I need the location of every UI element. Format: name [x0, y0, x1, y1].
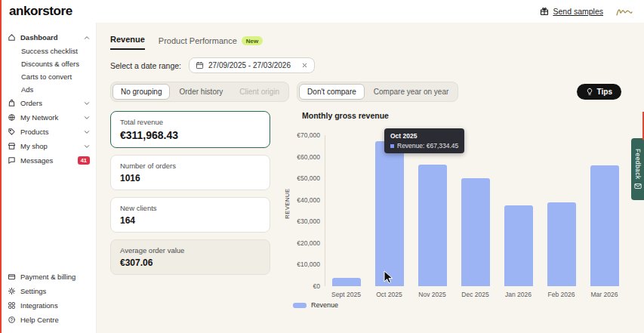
sidebar-label: My Network [20, 113, 79, 122]
compare-toggle: Don't compare Compare year on year [297, 82, 458, 102]
sidebar-label: Products [20, 128, 79, 136]
x-tick-label: Dec 2025 [454, 291, 497, 298]
sidebar-item-dashboard[interactable]: Dashboard [0, 30, 96, 45]
stat-label: Average order value [120, 246, 260, 254]
bar-slot [583, 135, 626, 286]
feedback-tab[interactable]: Feedback [631, 138, 644, 200]
x-tick-label: Sept 2025 [325, 291, 368, 298]
sidebar: Dashboard Success checklist Discounts & … [0, 23, 97, 333]
chevron-down-icon [84, 143, 90, 150]
sidebar-item-products[interactable]: Products [0, 125, 96, 139]
left-edge-indicator [0, 0, 2, 333]
signature-logo [615, 6, 633, 17]
compare-option-dont-compare[interactable]: Don't compare [299, 84, 365, 100]
sidebar-item-payment-billing[interactable]: Payment & billing [0, 270, 96, 284]
bar-slot [454, 135, 498, 286]
grouping-option-no-grouping[interactable]: No grouping [112, 84, 170, 100]
sidebar-item-carts-to-convert[interactable]: Carts to convert [0, 70, 96, 83]
stat-card-new-clients[interactable]: New clients 164 [110, 197, 270, 233]
home-icon [8, 33, 16, 42]
sidebar-item-my-shop[interactable]: My shop [0, 139, 96, 153]
stat-label: Total revenue [120, 118, 260, 126]
sidebar-item-orders[interactable]: Orders [0, 96, 96, 110]
sidebar-item-ads[interactable]: Ads [0, 83, 96, 96]
tooltip-value: Revenue: €67,334.45 [397, 142, 458, 150]
integrations-icon [8, 301, 16, 310]
date-range-value: 27/09/2025 - 27/03/2026 [208, 61, 291, 69]
stats-column: Total revenue €311,968.43 Number of orde… [110, 111, 270, 307]
ankorstore-logo: ankorstore [9, 4, 72, 19]
chart-title: Monthly gross revenue [302, 111, 389, 120]
bar-feb-2026[interactable] [547, 202, 576, 286]
sidebar-label: Payment & billing [20, 273, 90, 281]
x-tick-label: Feb 2026 [540, 291, 583, 298]
gift-icon [540, 7, 549, 16]
sidebar-item-my-network[interactable]: My Network [0, 110, 96, 125]
bar-mar-2026[interactable] [590, 165, 619, 286]
stat-label: New clients [120, 204, 260, 212]
bar-nov-2025[interactable] [418, 165, 447, 286]
grouping-option-order-history[interactable]: Order history [171, 85, 230, 99]
bar-sept-2025[interactable] [332, 278, 361, 286]
sidebar-item-integrations[interactable]: Integrations [0, 298, 96, 313]
chart-plot-area: Oct 2025 Revenue: €67,334.45 [325, 135, 626, 286]
sidebar-item-success-checklist[interactable]: Success checklist [0, 45, 96, 57]
send-samples-label: Send samples [553, 7, 603, 16]
chevron-up-icon [84, 35, 90, 41]
bar-dec-2025[interactable] [461, 178, 490, 286]
revenue-chart: Monthly gross revenue REVENUE €70,000€60… [281, 111, 636, 307]
top-header: ankorstore Send samples [0, 0, 644, 23]
orders-icon [8, 99, 16, 107]
tag-icon [8, 128, 16, 136]
sidebar-label: Settings [20, 287, 90, 295]
sidebar-item-settings[interactable]: Settings [0, 284, 96, 298]
envelope-icon [634, 183, 642, 190]
bar-slot [497, 135, 540, 286]
stat-card-average-order-value[interactable]: Average order value €307.06 [110, 239, 270, 275]
legend-label: Revenue [311, 301, 338, 309]
date-range-row: Select a date range: 27/09/2025 - 27/03/… [110, 57, 636, 73]
stat-card-total-revenue[interactable]: Total revenue €311,968.43 [110, 111, 270, 148]
x-tick-label: Mar 2026 [583, 291, 626, 298]
bar-jan-2026[interactable] [504, 205, 533, 286]
globe-icon [8, 113, 16, 122]
tips-label: Tips [597, 88, 612, 96]
chevron-down-icon [84, 129, 90, 135]
y-axis-ticks: €70,000€60,000€50,000€40,000€30,000€20,0… [285, 135, 320, 286]
date-range-input[interactable]: 27/09/2025 - 27/03/2026 [189, 57, 315, 73]
x-tick-label: Nov 2025 [411, 291, 454, 298]
tooltip-row: Revenue: €67,334.45 [390, 142, 458, 150]
app-window: ankorstore Send samples Dashboard Succes… [0, 0, 644, 333]
chart-legend: Revenue [293, 301, 338, 309]
tips-button[interactable]: Tips [577, 84, 621, 100]
calendar-icon [196, 61, 204, 69]
grouping-toggle: No grouping Order history Client origin [110, 82, 289, 102]
bar-slot [540, 135, 583, 286]
compare-option-year-on-year[interactable]: Compare year on year [366, 85, 457, 99]
sidebar-label: My shop [20, 142, 79, 150]
tab-revenue[interactable]: Revenue [110, 35, 145, 50]
tab-revenue-label: Revenue [110, 35, 145, 44]
bar-slot [411, 135, 454, 286]
tooltip-title: Oct 2025 [390, 132, 458, 140]
send-samples-link[interactable]: Send samples [540, 7, 603, 16]
bar-slot [368, 135, 411, 286]
dashboard-body: Total revenue €311,968.43 Number of orde… [110, 111, 636, 307]
tab-product-performance[interactable]: Product Performance New [159, 36, 263, 50]
x-axis-labels: Sept 2025Oct 2025Nov 2025Dec 2025Jan 202… [325, 291, 626, 298]
chevron-down-icon [84, 115, 90, 121]
lightbulb-icon [586, 88, 593, 96]
date-range-label: Select a date range: [110, 61, 181, 70]
grouping-option-client-origin[interactable]: Client origin [232, 85, 287, 99]
sidebar-item-messages[interactable]: Messages 41 [0, 153, 96, 168]
help-icon [8, 316, 16, 324]
sidebar-item-help-centre[interactable]: Help Centre [0, 313, 96, 327]
stat-value: 164 [120, 215, 260, 226]
x-tick-label: Oct 2025 [368, 291, 411, 298]
sidebar-item-discounts-offers[interactable]: Discounts & offers [0, 57, 96, 70]
clear-date-icon[interactable] [301, 62, 308, 69]
bar-oct-2025[interactable] [375, 141, 404, 286]
stat-card-number-of-orders[interactable]: Number of orders 1016 [110, 155, 270, 190]
legend-swatch [293, 303, 307, 308]
sidebar-label: Dashboard [20, 33, 79, 42]
